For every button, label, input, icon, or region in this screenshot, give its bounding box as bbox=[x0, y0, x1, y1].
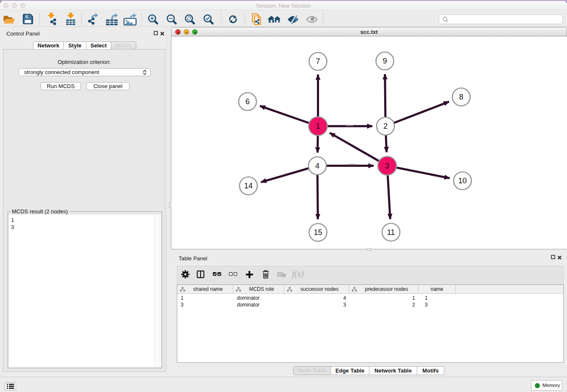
svg-text:10: 10 bbox=[458, 177, 467, 185]
svg-text:7: 7 bbox=[316, 57, 320, 66]
svg-text:4: 4 bbox=[315, 162, 319, 170]
svg-text:15: 15 bbox=[314, 228, 322, 237]
svg-text:1: 1 bbox=[316, 122, 320, 130]
svg-text:9: 9 bbox=[383, 57, 387, 65]
svg-text:6: 6 bbox=[245, 97, 250, 106]
svg-text:8: 8 bbox=[459, 93, 463, 101]
svg-text:14: 14 bbox=[244, 182, 253, 190]
svg-text:11: 11 bbox=[387, 228, 395, 237]
svg-text:2: 2 bbox=[383, 122, 388, 130]
svg-text:3: 3 bbox=[385, 162, 389, 170]
